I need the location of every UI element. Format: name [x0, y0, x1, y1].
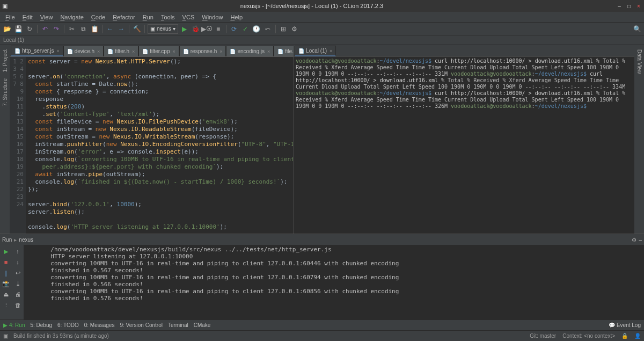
menu-file[interactable]: File: [2, 13, 18, 21]
cut-icon[interactable]: ✂: [67, 24, 77, 34]
copy-icon[interactable]: ⧉: [78, 24, 88, 34]
close-tab-icon[interactable]: ×: [330, 48, 332, 54]
close-tab-icon[interactable]: ×: [56, 48, 59, 54]
rerun-icon[interactable]: ▶: [2, 247, 10, 256]
close-tab-icon[interactable]: ×: [132, 49, 135, 54]
run-output[interactable]: /home/voodooattack/devel/nexusjs/build/s…: [24, 245, 644, 320]
hector-icon[interactable]: 👤: [634, 333, 641, 339]
structure-toolwindow-button[interactable]: 7: Structure: [2, 76, 8, 108]
dump-threads-icon[interactable]: 📸: [2, 279, 10, 288]
pause-icon[interactable]: ‖: [2, 269, 10, 277]
stop-icon[interactable]: ■: [214, 24, 223, 34]
menu-edit[interactable]: Edit: [19, 13, 36, 21]
menu-run[interactable]: Run: [140, 13, 157, 21]
back-icon[interactable]: ←: [105, 24, 115, 34]
breadcrumb-bar: Local (1): [0, 35, 644, 45]
minimize-panel-icon[interactable]: –: [639, 237, 642, 243]
toolwindow-cmake[interactable]: CMake: [194, 322, 211, 328]
run-config-selector[interactable]: ▣ nexus ▾: [148, 24, 178, 34]
menu-window[interactable]: Window: [199, 13, 226, 21]
separator: [64, 25, 64, 33]
menu-vcs[interactable]: VCS: [179, 13, 198, 21]
editor-tab-http_server-js[interactable]: 📄http_server.js×: [11, 46, 63, 56]
down-stacktrace-icon[interactable]: ↓: [13, 258, 22, 266]
settings-icon[interactable]: ⚙: [632, 237, 636, 243]
embedded-terminal[interactable]: voodooattack@voodooattack:~/devel/nexusj…: [294, 57, 634, 234]
history-icon[interactable]: 🕐: [252, 24, 261, 34]
event-log-button[interactable]: 💬 Event Log: [609, 322, 641, 328]
editor-tab-filter-cpp[interactable]: 📄filter.cpp×: [138, 46, 179, 56]
softwrap-icon[interactable]: ↩: [13, 269, 22, 277]
clear-icon[interactable]: 🗑: [13, 301, 22, 309]
dataview-toolwindow-button[interactable]: Data View: [636, 47, 642, 76]
stop-icon[interactable]: ■: [2, 258, 10, 266]
run-icon[interactable]: ▶: [180, 24, 189, 34]
build-icon[interactable]: 🔨: [132, 24, 142, 34]
maximize-button[interactable]: □: [626, 3, 632, 9]
code-editor[interactable]: const server = new Nexus.Net.HTTP.Server…: [26, 57, 294, 234]
sync-icon[interactable]: ↻: [25, 24, 34, 34]
up-stacktrace-icon[interactable]: ↑: [13, 247, 22, 256]
close-tab-icon[interactable]: ×: [219, 49, 222, 54]
search-everywhere-icon[interactable]: 🔍: [632, 24, 642, 34]
file-icon: 📄: [183, 49, 189, 54]
open-icon[interactable]: 📂: [2, 24, 12, 34]
structure-icon[interactable]: ⊞: [279, 24, 288, 34]
toolwindow-6-todo[interactable]: 6: TODO: [57, 322, 79, 328]
forward-icon[interactable]: →: [116, 24, 126, 34]
menu-help[interactable]: Help: [227, 13, 246, 21]
file-icon: 📄: [14, 48, 20, 54]
minimize-button[interactable]: –: [616, 3, 623, 9]
window-title: nexusjs - [~/devel/nexusjs] - Local (1) …: [8, 3, 616, 9]
close-button[interactable]: ×: [635, 3, 642, 9]
undo-icon[interactable]: ↶: [40, 24, 50, 34]
context-indicator[interactable]: Context: <no context>: [562, 333, 615, 339]
toolwindow-toggle-icon[interactable]: ▣: [3, 333, 8, 339]
editor-tab-encoding-js[interactable]: 📄encoding.js×: [226, 46, 274, 56]
file-icon: 📄: [298, 48, 304, 54]
menu-refactor[interactable]: Refactor: [109, 13, 138, 21]
file-icon: 📄: [230, 49, 236, 54]
paste-icon[interactable]: 📋: [90, 24, 99, 34]
toolwindow-terminal[interactable]: Terminal: [168, 322, 188, 328]
close-tab-icon[interactable]: ×: [267, 49, 270, 54]
update-project-icon[interactable]: ⟳: [229, 24, 239, 34]
lock-icon[interactable]: 🔒: [621, 333, 628, 339]
toolwindow-0-messages[interactable]: 0: Messages: [84, 322, 115, 328]
run-gutter-2: ↑ ↓ ↩ ⤓ 🖨 🗑: [12, 245, 24, 320]
scroll-end-icon[interactable]: ⤓: [13, 279, 22, 288]
editor-tab-file-cpp[interactable]: 📄file.cpp×: [274, 46, 294, 56]
toolwindow-5-debug[interactable]: 5: Debug: [30, 322, 52, 328]
terminal-tabs: 📄Local (1)×: [294, 45, 634, 57]
menu-view[interactable]: View: [37, 13, 56, 21]
editor-tab-filter-h[interactable]: 📄filter.h×: [104, 46, 138, 56]
separator: [37, 25, 38, 33]
commit-icon[interactable]: ✓: [240, 24, 250, 34]
close-tab-icon[interactable]: ×: [97, 49, 100, 54]
menu-code[interactable]: Code: [88, 13, 108, 21]
debug-icon[interactable]: 🐞: [191, 24, 201, 34]
toolwindow-9-version-control[interactable]: 9: Version Control: [120, 322, 163, 328]
project-toolwindow-button[interactable]: 1: Project: [2, 47, 8, 74]
menu-navigate[interactable]: Navigate: [57, 13, 86, 21]
git-branch[interactable]: Git: master: [530, 333, 556, 339]
redo-icon[interactable]: ↷: [52, 24, 61, 34]
settings-icon[interactable]: ⚙: [290, 24, 299, 34]
breadcrumb-label: Local (1): [3, 37, 24, 43]
editor-tab-device-h[interactable]: 📄device.h×: [63, 46, 104, 56]
balloon-icon: 💬: [609, 322, 615, 328]
terminal-tab-local-1-[interactable]: 📄Local (1)×: [295, 46, 336, 56]
file-icon: 📄: [277, 49, 283, 54]
menu-tools[interactable]: Tools: [158, 13, 178, 21]
coverage-icon[interactable]: ▶⦿: [202, 24, 212, 34]
revert-icon[interactable]: ⤺: [263, 24, 273, 34]
run-panel-title: Run: [2, 237, 12, 243]
editor-tab-response-h[interactable]: 📄response.h×: [179, 46, 226, 56]
more-icon[interactable]: ⋮: [2, 301, 10, 309]
save-all-icon[interactable]: 💾: [13, 24, 23, 34]
close-tab-icon[interactable]: ×: [172, 49, 175, 54]
toolwindow-4-run[interactable]: ▶ 4: Run: [3, 322, 25, 328]
line-number-gutter[interactable]: 1 2 3 4 5 6 7 8 9 10 11 12 13 14 15 16 1…: [10, 57, 26, 234]
exit-icon[interactable]: ⏏: [2, 290, 10, 299]
print-icon[interactable]: 🖨: [13, 290, 22, 299]
